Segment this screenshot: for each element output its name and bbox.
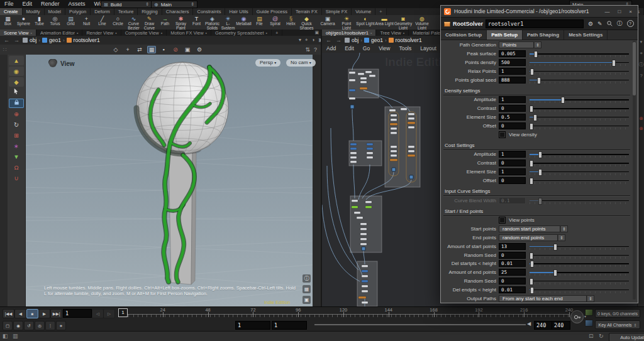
close-icon[interactable]: • — [161, 30, 162, 36]
shelf-tab-deform[interactable]: Deform — [91, 8, 114, 15]
rotate-tool-icon[interactable]: ↻ — [9, 120, 24, 129]
slider-thumb[interactable] — [538, 151, 542, 158]
range-end-field[interactable]: 240 — [534, 321, 553, 330]
breadcrumb-item[interactable]: geo1 — [49, 37, 61, 43]
shelf-tool-volume-light[interactable]: ◍ Volume Light — [413, 15, 431, 30]
side-strip-icon[interactable]: ▾ — [638, 38, 644, 46]
shelf-tool-area-light[interactable]: ▬ Area Light — [375, 15, 394, 30]
shelf-tab-simple-fx[interactable]: Simple FX — [322, 8, 352, 15]
slider-thumb[interactable] — [561, 97, 565, 104]
slider-thumb[interactable] — [530, 123, 533, 130]
shelf-tab-constraints[interactable]: Constraints — [193, 8, 225, 15]
shelf-tab-modify[interactable]: Modify — [23, 8, 45, 15]
param-slider[interactable] — [530, 105, 629, 112]
close-icon[interactable]: • — [370, 30, 372, 36]
show-points-icon[interactable]: ◉ — [9, 67, 24, 76]
pane-tab-animation-editor[interactable]: Animation Editor• — [36, 30, 82, 36]
shelf-tool-path[interactable]: → Path — [157, 15, 173, 30]
param-slider[interactable] — [530, 269, 629, 276]
slider-thumb[interactable] — [530, 178, 533, 185]
slider-thumb[interactable] — [530, 106, 533, 112]
timeline-ruler[interactable]: 1 24487296120144168192216240 — [119, 307, 569, 320]
param-slider[interactable] — [530, 252, 629, 259]
param-tab-mesh-settings[interactable]: Mesh Settings — [564, 30, 608, 40]
network-menu-add[interactable]: Add — [322, 45, 340, 53]
slider-thumb[interactable] — [530, 287, 534, 294]
checkbox-view-points[interactable] — [499, 217, 506, 224]
forward-icon[interactable]: → — [13, 37, 21, 43]
maximize-button[interactable]: □ — [615, 9, 623, 14]
shelf-tool-box[interactable]: ▦ Box — [0, 15, 16, 30]
radial-menu-selector[interactable]: ⊕ Main ⇕ — [151, 1, 197, 8]
minimize-button[interactable]: — — [602, 9, 612, 14]
close-icon[interactable]: • — [30, 30, 31, 36]
play-reverse-button[interactable]: ◀ — [14, 309, 26, 318]
slider-thumb[interactable] — [530, 160, 533, 167]
help-icon[interactable]: ? — [314, 46, 317, 53]
param-value-field[interactable]: 0.5 — [499, 114, 526, 121]
jump-start-button[interactable]: |◀◀ — [3, 309, 14, 318]
step-back-button[interactable]: ◁ — [92, 309, 104, 318]
shelf-tool-torus[interactable]: ◎ Torus — [47, 15, 63, 30]
param-value-field[interactable]: 0 — [499, 278, 526, 284]
param-slider[interactable] — [530, 286, 629, 293]
menu-edit[interactable]: Edit — [18, 0, 37, 8]
snapshot-icon[interactable]: ▣ — [183, 46, 192, 53]
shelf-tool-tube[interactable]: ▮ Tube — [31, 15, 47, 30]
record-toggle-icon[interactable]: ◎ — [35, 321, 45, 330]
display-options-icon[interactable]: ⚙ — [195, 46, 204, 53]
param-value-field[interactable]: 13 — [499, 243, 526, 250]
param-value-field[interactable]: 1 — [499, 68, 526, 75]
range-end-handle[interactable]: ◀ — [527, 321, 531, 327]
shelf-tool-spray-paint[interactable]: ✱ Spray Paint — [173, 15, 189, 30]
error-badge-icon[interactable]: ⊗ — [638, 115, 644, 122]
grid-overlay-icon[interactable]: ▦ — [303, 285, 311, 293]
param-value-field[interactable]: 0.1 — [499, 197, 526, 204]
range-slider[interactable] — [314, 324, 526, 325]
scene-viewport[interactable]: ▲◉◆⊕↻⊞∗▼Ω∪ View Persp ▾ No cam ▾ Left mo… — [0, 55, 321, 306]
param-value-field[interactable]: 888 — [499, 77, 526, 84]
pane-tab-obj-geo1-rootsolver1[interactable]: obj/geo1/rootsolver1• — [322, 30, 376, 36]
param-slider[interactable] — [530, 260, 629, 267]
param-value-field[interactable]: 500 — [499, 59, 526, 66]
pane-tab-motion-fx-view[interactable]: Motion FX View• — [167, 30, 211, 36]
help-icon[interactable]: ? — [627, 20, 634, 27]
param-dropdown-start-points[interactable]: random start points ⇕ — [499, 225, 568, 232]
shelf-tool-null[interactable]: + Null — [79, 15, 94, 30]
param-value-field[interactable]: 25 — [499, 269, 526, 276]
snap-tool-icon[interactable]: Ω — [9, 163, 24, 172]
slider-thumb[interactable] — [533, 114, 537, 121]
gear-icon[interactable]: ⚙ — [588, 21, 593, 27]
snap-grid-icon[interactable]: ▦ — [147, 46, 156, 53]
breadcrumb-item[interactable]: obj — [30, 37, 36, 43]
shelf-tab-create[interactable]: Create — [0, 8, 23, 15]
pane-tab-scene-view[interactable]: Scene View• — [0, 30, 36, 36]
shelf-tab-texture[interactable]: Texture — [114, 8, 138, 15]
breadcrumb-item[interactable]: obj — [352, 37, 358, 43]
shelf-tool-draw-curve[interactable]: ✎ Draw Curve — [142, 15, 157, 30]
close-button[interactable]: × — [626, 9, 635, 14]
section-header-density-settings[interactable]: Density settings — [443, 85, 630, 95]
layout-icon[interactable]: ▥ — [13, 333, 18, 339]
param-slider[interactable] — [530, 122, 629, 129]
param-value-field[interactable]: 0 — [499, 252, 526, 259]
checkbox-view-density[interactable] — [499, 131, 506, 138]
param-slider[interactable] — [530, 168, 629, 175]
message-log-icon[interactable]: ⊡ — [589, 333, 594, 339]
pane-tab-composite-view[interactable]: Composite View• — [121, 30, 167, 36]
shelf-tab-rigging[interactable]: Rigging — [138, 8, 162, 15]
back-icon[interactable]: ← — [3, 37, 11, 43]
info-icon[interactable]: ⓘ — [617, 19, 623, 28]
shelf-tab-guide-process[interactable]: Guide Process — [253, 8, 292, 15]
key-menu-arrow[interactable]: ▾ — [584, 314, 586, 318]
shelf-tool-sphere[interactable]: ● Sphere — [16, 15, 31, 30]
channels-mini-icon[interactable] — [585, 320, 593, 327]
scrollbar-thumb[interactable] — [633, 42, 636, 95]
breadcrumb-item[interactable]: geo1 — [371, 37, 383, 43]
pane-tab-render-view[interactable]: Render View• — [82, 30, 121, 36]
param-dropdown-end-points[interactable]: random end points ⇕ — [499, 234, 565, 241]
side-strip-icon[interactable]: ⌖ — [638, 50, 644, 57]
shelf-tool-font[interactable]: T Font — [189, 15, 204, 30]
auto-update-selector[interactable]: Auto Update ⇕ — [609, 333, 644, 341]
search-icon[interactable] — [607, 21, 613, 26]
